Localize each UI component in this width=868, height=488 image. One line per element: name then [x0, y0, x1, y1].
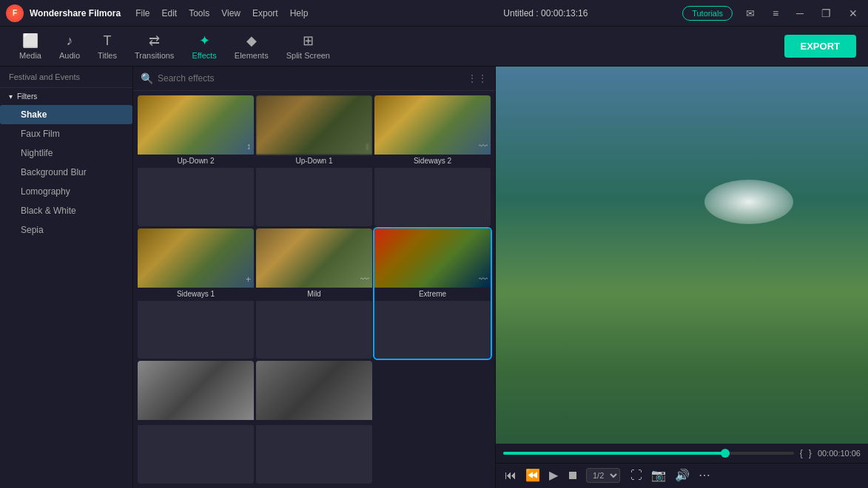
restore-button[interactable]: ❐ [817, 6, 835, 21]
black-white-label: Black & White [21, 206, 76, 216]
preview-video [496, 67, 868, 444]
effect-extra2-label [256, 420, 372, 425]
hamburger-icon[interactable]: ≡ [768, 6, 783, 21]
window-controls: Tutorials ✉ ≡ ─ ❐ ✕ [682, 6, 862, 21]
bracket-end[interactable]: } [809, 448, 812, 458]
transitions-icon: ⇄ [149, 33, 160, 49]
toolbar-media[interactable]: ⬜ Media [12, 30, 49, 63]
effect-sideways2[interactable]: 〰 Sideways 2 [374, 95, 491, 226]
filters-header[interactable]: ▾ Filters [0, 88, 132, 105]
preview-buttons: ⏮ ⏪ ▶ ⏹ 1/2 ⛶ 📷 🔊 ⋯ [496, 463, 868, 488]
export-button[interactable]: EXPORT [784, 35, 856, 58]
titles-icon: T [104, 33, 112, 49]
menu-file[interactable]: File [135, 8, 149, 18]
effects-icon: ✦ [199, 33, 210, 49]
mail-icon[interactable]: ✉ [741, 6, 759, 21]
effect-updown1[interactable]: ↕ Up-Down 1 [256, 95, 372, 226]
effect-extra2[interactable] [256, 361, 372, 484]
preview-controls: { } 00:00:10:06 [496, 444, 868, 463]
sidebar-item-nightlife[interactable]: Nightlife [0, 143, 132, 163]
app-logo: F [6, 4, 24, 22]
search-icon: 🔍 [141, 72, 153, 84]
preview-progress-bar[interactable] [503, 452, 794, 455]
preview-cloud [704, 180, 793, 224]
preview-area [496, 67, 868, 444]
play-back-button[interactable]: ⏪ [524, 467, 542, 484]
festival-events-section[interactable]: Festival and Events [0, 67, 132, 88]
quality-select[interactable]: 1/2 [586, 468, 620, 483]
effect-updown2-label: Up-Down 2 [138, 155, 254, 168]
toolbar: ⬜ Media ♪ Audio T Titles ⇄ Transitions ✦… [0, 27, 868, 67]
menu-bar: File Edit Tools View Export Help [135, 8, 409, 18]
effect-extreme[interactable]: 〰 Extreme [374, 228, 491, 359]
splitscreen-icon: ⊞ [303, 33, 314, 49]
preview-progress-thumb[interactable] [721, 449, 730, 458]
effect-sideways1[interactable]: + Sideways 1 [138, 228, 254, 359]
toolbar-effects-label: Effects [192, 51, 216, 60]
sidebar-item-background-blur[interactable]: Background Blur [0, 163, 132, 182]
effect-extra1-label [138, 420, 254, 425]
left-panel: Festival and Events ▾ Filters Shake Faux… [0, 67, 133, 488]
menu-tools[interactable]: Tools [189, 8, 209, 18]
sidebar-item-faux-film[interactable]: Faux Film [0, 124, 132, 143]
nightlife-label: Nightlife [21, 148, 53, 158]
effect-mild-label: Mild [256, 288, 372, 301]
step-back-button[interactable]: ⏮ [503, 467, 518, 484]
sidebar-item-lomography[interactable]: Lomography [0, 182, 132, 201]
media-icon: ⬜ [22, 33, 38, 49]
toolbar-transitions-label: Transitions [135, 51, 174, 60]
toolbar-media-label: Media [19, 51, 41, 60]
sepia-label: Sepia [21, 225, 44, 235]
background-blur-label: Background Blur [21, 167, 87, 177]
menu-view[interactable]: View [221, 8, 240, 18]
effect-extra1[interactable] [138, 361, 254, 484]
sidebar-item-sepia[interactable]: Sepia [0, 220, 132, 240]
effect-extreme-label: Extreme [374, 288, 491, 301]
bracket-start[interactable]: { [800, 448, 803, 458]
sidebar-item-shake[interactable]: Shake [0, 105, 132, 124]
menu-help[interactable]: Help [290, 8, 309, 18]
titlebar: F Wondershare Filmora File Edit Tools Vi… [0, 0, 868, 27]
effects-grid: ↕ Up-Down 2 ↕ Up-Down 1 〰 Sideways 2 [133, 91, 495, 488]
effect-sideways1-label: Sideways 1 [138, 288, 254, 301]
filters-label: Filters [17, 92, 37, 101]
preview-progress-fill [503, 452, 730, 455]
toolbar-audio[interactable]: ♪ Audio [52, 30, 87, 63]
preview-timecode: 00:00:10:06 [818, 449, 861, 458]
window-title: Untitled : 00:00:13:16 [409, 8, 683, 18]
menu-edit[interactable]: Edit [161, 8, 177, 18]
center-panel: 🔍 ⋮⋮ ↕ Up-Down 2 ↕ Up-Down 1 [133, 67, 496, 488]
effect-sideways2-label: Sideways 2 [374, 155, 491, 168]
grid-view-icon[interactable]: ⋮⋮ [467, 72, 488, 84]
minimize-button[interactable]: ─ [792, 6, 808, 21]
search-input[interactable] [158, 73, 462, 84]
toolbar-splitscreen[interactable]: ⊞ Split Screen [279, 30, 337, 63]
menu-export[interactable]: Export [252, 8, 278, 18]
fullscreen-button[interactable]: ⛶ [629, 467, 644, 484]
toolbar-elements[interactable]: ◆ Elements [227, 30, 276, 63]
search-bar: 🔍 ⋮⋮ [133, 67, 495, 91]
app-name: Wondershare Filmora [30, 8, 121, 18]
toolbar-elements-label: Elements [235, 51, 269, 60]
effect-updown2[interactable]: ↕ Up-Down 2 [138, 95, 254, 226]
audio-icon: ♪ [67, 33, 73, 49]
sidebar-item-black-white[interactable]: Black & White [0, 201, 132, 220]
festival-events-label: Festival and Events [9, 72, 80, 81]
filters-chevron: ▾ [9, 92, 13, 101]
play-button[interactable]: ▶ [548, 467, 559, 484]
volume-button[interactable]: 🔊 [673, 467, 691, 484]
settings-button[interactable]: ⋯ [697, 467, 712, 484]
effect-mild[interactable]: 〰 Mild [256, 228, 372, 359]
toolbar-audio-label: Audio [59, 51, 80, 60]
close-button[interactable]: ✕ [844, 6, 862, 21]
toolbar-effects[interactable]: ✦ Effects [184, 30, 223, 63]
elements-icon: ◆ [246, 33, 257, 49]
stop-button[interactable]: ⏹ [565, 467, 580, 484]
shake-label: Shake [21, 109, 47, 120]
tutorials-button[interactable]: Tutorials [682, 6, 733, 21]
screenshot-button[interactable]: 📷 [650, 467, 667, 484]
toolbar-titles[interactable]: T Titles [90, 30, 124, 63]
toolbar-transitions[interactable]: ⇄ Transitions [127, 30, 181, 63]
toolbar-splitscreen-label: Split Screen [286, 51, 330, 60]
main-area: Festival and Events ▾ Filters Shake Faux… [0, 67, 868, 488]
